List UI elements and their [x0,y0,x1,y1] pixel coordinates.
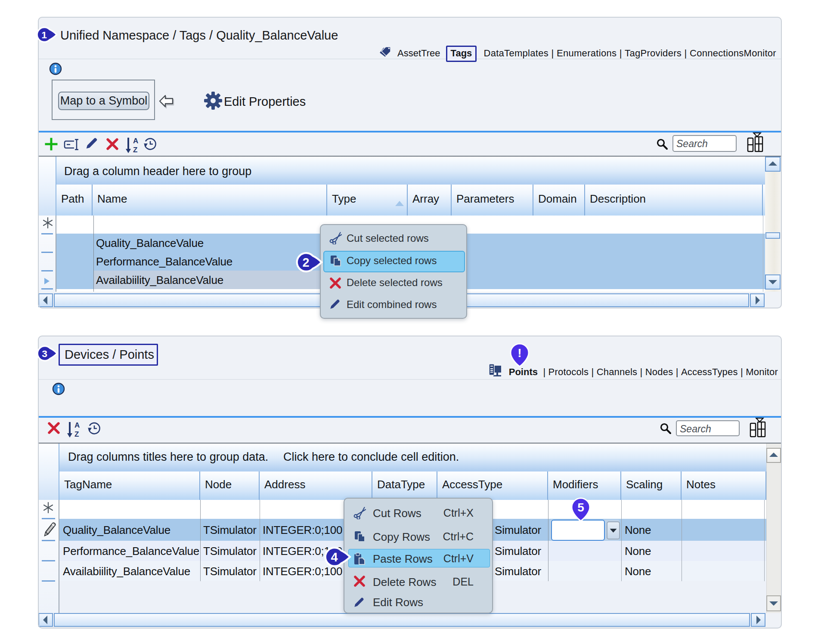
svg-text:!: ! [517,346,521,360]
svg-text:Z: Z [133,146,137,154]
svg-text:Z: Z [74,430,79,438]
svg-text:A: A [74,421,80,429]
svg-text:4: 4 [331,550,338,564]
svg-text:3: 3 [42,348,47,359]
svg-text:2: 2 [303,256,310,269]
svg-text:A: A [133,137,138,145]
svg-text:5: 5 [577,501,584,514]
svg-text:1: 1 [41,29,47,40]
